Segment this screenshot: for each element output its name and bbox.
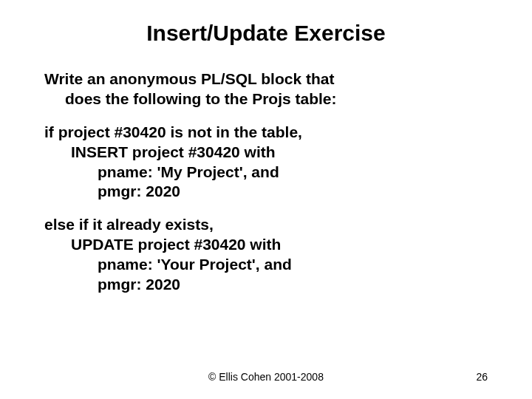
if-line-4: pmgr: 2020 [44, 182, 488, 202]
copyright-footer: © Ellis Cohen 2001-2008 [0, 371, 532, 383]
intro-paragraph: Write an anonymous PL/SQL block that doe… [44, 69, 488, 109]
intro-line-1: Write an anonymous PL/SQL block that [44, 70, 334, 87]
else-line-4: pmgr: 2020 [44, 275, 488, 295]
else-line-3: pname: 'Your Project', and [44, 255, 488, 275]
if-line-2: INSERT project #30420 with [44, 143, 488, 163]
if-block: if project #30420 is not in the table, I… [44, 123, 488, 202]
else-line-1: else if it already exists, [44, 215, 488, 235]
page-number: 26 [476, 371, 488, 383]
slide-title: Insert/Update Exercise [44, 21, 488, 46]
if-line-1: if project #30420 is not in the table, [44, 123, 488, 143]
else-line-2: UPDATE project #30420 with [44, 235, 488, 255]
if-line-3: pname: 'My Project', and [44, 163, 488, 183]
else-block: else if it already exists, UPDATE projec… [44, 215, 488, 295]
intro-line-2: does the following to the Projs table: [44, 89, 488, 109]
